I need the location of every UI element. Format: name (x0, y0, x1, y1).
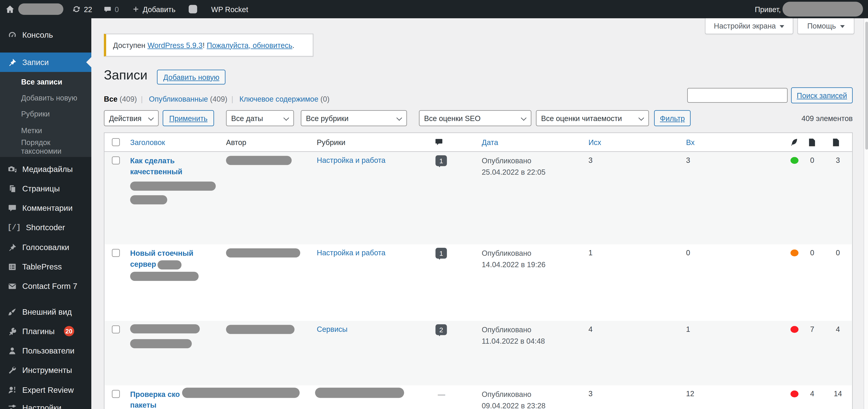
sidebar-item-dashboard[interactable]: Консоль (0, 25, 91, 45)
sidebar-item-appearance[interactable]: Внешний вид (0, 302, 91, 322)
seo-filter-select[interactable]: Все оценки SEO (419, 110, 531, 126)
select-all-checkbox[interactable] (112, 133, 120, 151)
post-title-line2[interactable]: пакеты (130, 400, 224, 409)
update-notice: Доступен WordPress 5.9.3! Пожалуйста, об… (104, 34, 313, 57)
comment-count-bubble[interactable]: 1 (436, 248, 447, 259)
comment-count-bubble[interactable]: 1 (436, 155, 447, 166)
sidebar-item-mail[interactable]: Contact Form 7 (0, 276, 91, 296)
howdy-greeting[interactable]: Привет, (755, 0, 781, 18)
redacted-author (226, 156, 292, 165)
submenu-item[interactable]: Порядок таксономии (0, 138, 91, 154)
help-tab[interactable]: Помощь (798, 18, 855, 34)
filter-button[interactable]: Фильтр (654, 110, 691, 126)
apply-button[interactable]: Применить (163, 110, 214, 126)
sidebar-item-plugins[interactable]: Плагины20 (0, 322, 91, 341)
search-input[interactable] (687, 88, 788, 103)
seo-score-dot-red (790, 390, 799, 397)
yoast-icon[interactable] (188, 0, 198, 18)
post-title-link[interactable]: Как сделатькачественный (130, 155, 224, 177)
add-new-menu[interactable]: Добавить (132, 0, 176, 18)
post-title-link[interactable]: Новый стоечныйсервер (130, 248, 224, 269)
table-row: Проверка скопакеты—Опубликовано09.04.202… (104, 385, 852, 409)
dates-filter-select[interactable]: Все даты (226, 110, 294, 126)
please-update-link[interactable]: Пожалуйста, обновитесь (207, 41, 292, 50)
redacted-user-name[interactable] (783, 2, 863, 17)
post-title-line1[interactable]: Как сделать (130, 155, 224, 166)
sort-incoming-link[interactable]: Вх (686, 138, 695, 147)
sidebar-item-expert-review[interactable]: Expert Review (0, 380, 91, 400)
screen-options-tab[interactable]: Настройки экрана (705, 18, 794, 34)
sidebar-item-label: Плагины (22, 327, 55, 336)
date-cell: Опубликовано14.04.2022 в 19:26 (482, 248, 546, 271)
chevron-down-icon (148, 115, 154, 121)
submenu-item[interactable]: Метки (0, 122, 91, 138)
sidebar-item-label: Консоль (22, 30, 53, 39)
category-link[interactable]: Настройка и работа (317, 156, 385, 165)
sidebar-item-settings[interactable]: Настройки (0, 398, 91, 409)
sort-outgoing-link[interactable]: Исх (589, 138, 601, 147)
bulk-actions-select[interactable]: Действия (104, 110, 159, 126)
comments-count: 0 (115, 5, 119, 13)
items-count: 409 элементов (802, 114, 853, 123)
sort-title-link[interactable]: Заголовок (130, 138, 165, 147)
row-checkbox[interactable] (112, 390, 120, 398)
updates-icon (72, 5, 81, 14)
post-title-line2[interactable]: качественный (130, 166, 224, 177)
sidebar-item-users[interactable]: Пользователи (0, 341, 91, 360)
scrollbar-thumb[interactable] (865, 22, 868, 150)
redacted-region (182, 388, 300, 398)
submenu-item[interactable]: Добавить новую (0, 90, 91, 106)
plus-icon (132, 5, 140, 13)
checkbox (112, 390, 120, 398)
search-posts-button[interactable]: Поиск записей (791, 87, 853, 104)
submenu-item[interactable]: Рубрики (0, 106, 91, 122)
scrollbar[interactable] (864, 18, 868, 409)
home-icon[interactable] (5, 0, 15, 18)
wp-rocket-label: WP Rocket (211, 5, 248, 13)
table-row: Сервисы2Опубликовано11.04.2022 в 04:4841… (104, 321, 852, 385)
column-date: Дата (482, 133, 498, 151)
view-published-link[interactable]: Опубликованные (409) (149, 95, 227, 104)
view-all-link[interactable]: Все (104, 95, 118, 104)
chevron-down-icon (638, 115, 644, 121)
row-checkbox[interactable] (112, 156, 120, 165)
wordpress-version-link[interactable]: WordPress 5.9.3 (148, 41, 203, 50)
date-cell: Опубликовано25.04.2022 в 22:05 (482, 155, 546, 178)
row-checkbox[interactable] (112, 325, 120, 333)
post-title-line1[interactable]: Новый стоечный (130, 248, 224, 259)
seo-score-dot-red (790, 326, 799, 333)
submenu-item[interactable]: Все записи (0, 74, 91, 90)
sidebar-item-comments[interactable]: Комментарии (0, 198, 91, 217)
column-categories: Рубрики (317, 133, 346, 151)
sidebar-item-shortcode[interactable]: [/]Shortcoder (0, 217, 91, 237)
category-link[interactable]: Сервисы (317, 325, 348, 333)
category-cell: Настройка и работа (317, 249, 385, 257)
sidebar-item-tools[interactable]: Инструменты (0, 360, 91, 380)
readability-filter-select[interactable]: Все оценки читаемости (536, 110, 649, 126)
updates-indicator[interactable]: 22 (72, 0, 92, 18)
sidebar-item-polls[interactable]: Голосовалки (0, 237, 91, 257)
categories-filter-select[interactable]: Все рубрики (301, 110, 407, 126)
comment-count-bubble[interactable]: 2 (436, 324, 447, 335)
redacted-site-name[interactable] (18, 3, 63, 15)
publish-status: Опубликовано (482, 155, 546, 167)
post-title-line2[interactable]: сервер (130, 259, 224, 270)
sidebar-item-media[interactable]: Медиафайлы (0, 159, 91, 179)
add-new-button[interactable]: Добавить новую (157, 70, 226, 85)
sidebar-item-table[interactable]: TablePress (0, 257, 91, 276)
comments-indicator[interactable]: 0 (103, 0, 119, 18)
internal-links-out-count: 4 (830, 325, 846, 333)
sidebar-item-pages[interactable]: Страницы (0, 179, 91, 198)
internal-links-in-count: 4 (804, 389, 820, 398)
sidebar-item-label: Страницы (22, 184, 60, 193)
wp-rocket-menu[interactable]: WP Rocket (211, 0, 248, 18)
chevron-down-icon (521, 115, 526, 121)
sidebar-item-pin[interactable]: Записи (0, 53, 91, 72)
users-icon (7, 346, 17, 356)
row-checkbox[interactable] (112, 249, 120, 257)
view-cornerstone-link[interactable]: Ключевое содержимое (0) (239, 95, 330, 104)
seo-score-dot-orange (790, 250, 799, 257)
table-row: Как сделатькачественныйНастройка и работ… (104, 152, 852, 244)
sort-date-link[interactable]: Дата (482, 138, 498, 147)
category-link[interactable]: Настройка и работа (317, 249, 385, 257)
